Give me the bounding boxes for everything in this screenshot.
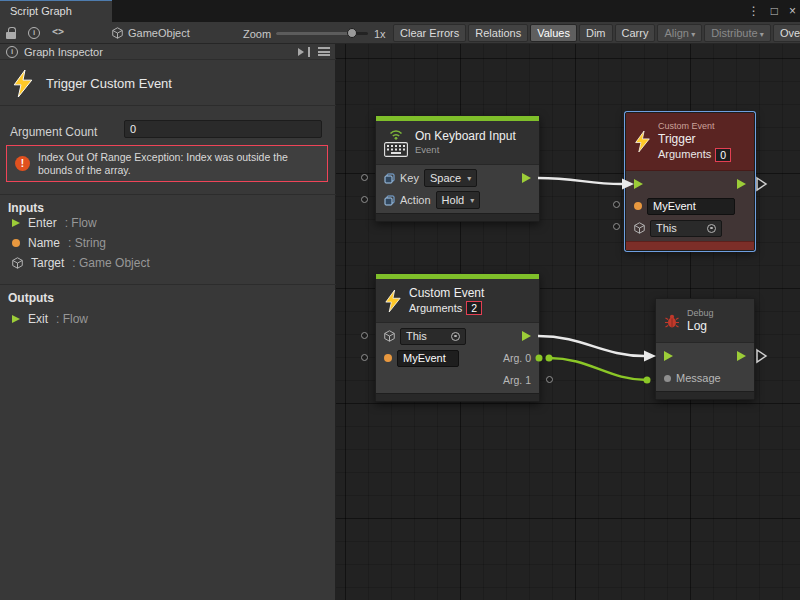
node-title: Trigger — [658, 132, 731, 147]
flow-in-port[interactable] — [634, 179, 643, 189]
gameobject-selector[interactable]: GameObject — [112, 22, 190, 44]
string-port-icon — [12, 239, 20, 247]
node-footer — [656, 391, 754, 399]
target-row: This — [376, 325, 539, 347]
divider — [0, 194, 336, 195]
bug-icon — [664, 313, 680, 329]
node-footer — [376, 213, 539, 221]
action-dropdown[interactable]: Hold — [436, 191, 481, 209]
node-subtitle: Event — [415, 144, 516, 156]
selected-node-header: Trigger Custom Event — [0, 61, 336, 106]
node-custom-event[interactable]: Custom Event Arguments 2 This — [375, 273, 540, 402]
port-circle[interactable] — [613, 201, 620, 208]
gameobject-port-icon — [12, 257, 23, 269]
wire-endpoint — [546, 355, 553, 362]
info-icon — [6, 46, 18, 58]
node-title: On Keyboard Input — [415, 129, 516, 144]
node-trigger-custom-event[interactable]: Custom Event Trigger Arguments 0 MyEvent — [625, 112, 755, 251]
key-row: Key Space — [376, 167, 539, 189]
node-header: Debug Log — [656, 299, 754, 343]
kebab-menu-icon[interactable]: ⋮ — [748, 4, 760, 18]
code-icon[interactable] — [52, 26, 64, 37]
info-icon[interactable] — [28, 27, 40, 39]
node-debug-log[interactable]: Debug Log Message — [655, 298, 755, 400]
node-error-footer — [626, 241, 754, 250]
node-title: Custom Event — [409, 286, 484, 301]
object-picker-icon[interactable] — [707, 224, 716, 233]
key-dropdown[interactable]: Space — [424, 169, 477, 187]
port-circle[interactable] — [546, 376, 553, 383]
port-circle[interactable] — [361, 196, 368, 203]
clear-errors-button[interactable]: Clear Errors — [393, 24, 466, 42]
argument-count-label: Argument Count — [10, 125, 97, 139]
dock-icon[interactable] — [298, 47, 310, 57]
window-controls: ⋮ □ × — [748, 0, 796, 22]
message-label: Message — [676, 372, 721, 384]
unity-visual-scripting-window: Script Graph ⋮ □ × GameObject Zoom 1x Cl… — [0, 0, 800, 600]
target-dropdown[interactable]: This — [400, 328, 466, 345]
carry-button[interactable]: Carry — [615, 24, 656, 42]
node-category: Custom Event — [658, 121, 731, 132]
lock-icon[interactable] — [6, 27, 16, 39]
argument-count-input[interactable] — [124, 120, 322, 138]
value-port-icon[interactable] — [664, 375, 671, 382]
action-label: Action — [400, 194, 431, 206]
values-button[interactable]: Values — [530, 24, 577, 42]
script-graph-tab[interactable]: Script Graph — [0, 0, 112, 22]
wire-keyboard-to-trigger[interactable] — [538, 178, 622, 184]
flow-out-port[interactable] — [522, 173, 531, 183]
align-button[interactable]: Align — [657, 24, 702, 42]
port-circle[interactable] — [361, 354, 368, 361]
flow-out-port[interactable] — [737, 351, 746, 361]
error-banner: ! Index Out Of Range Exception: Index wa… — [6, 145, 328, 182]
object-picker-icon[interactable] — [451, 332, 460, 341]
gameobject-port-icon — [384, 330, 395, 342]
event-name-row: MyEvent Arg. 0 — [376, 347, 539, 369]
arg1-label: Arg. 1 — [503, 374, 531, 386]
outputs-heading: Outputs — [8, 291, 54, 305]
distribute-button[interactable]: Distribute — [704, 24, 771, 42]
flow-row — [656, 345, 754, 367]
event-name-field[interactable]: MyEvent — [647, 198, 735, 215]
node-header: On Keyboard Input Event — [376, 121, 539, 165]
arguments-count-badge: 0 — [715, 148, 731, 162]
flow-out-port[interactable] — [522, 331, 531, 341]
keyboard-icon — [384, 142, 408, 157]
node-on-keyboard-input[interactable]: On Keyboard Input Event Key Space — [375, 115, 540, 222]
wire-event-to-debug[interactable] — [538, 336, 644, 356]
maximize-icon[interactable]: □ — [771, 4, 778, 18]
title-bar: Script Graph ⋮ □ × — [0, 0, 800, 22]
error-message: Index Out Of Range Exception: Index was … — [38, 151, 319, 177]
flow-continuation-icon — [757, 178, 766, 190]
graph-canvas[interactable]: On Keyboard Input Event Key Space — [336, 44, 800, 600]
wire-arg0-to-message[interactable] — [549, 358, 647, 380]
graph-inspector-header: Graph Inspector — [0, 44, 336, 60]
target-dropdown[interactable]: This — [650, 220, 722, 237]
zoom-slider-fill — [276, 32, 352, 35]
overview-button[interactable]: Overv — [773, 24, 800, 42]
event-name-field[interactable]: MyEvent — [397, 350, 459, 367]
gameobject-port-icon — [634, 222, 645, 234]
port-circle[interactable] — [613, 223, 620, 230]
flow-in-port[interactable] — [664, 351, 673, 361]
arguments-count-badge: 2 — [466, 301, 482, 315]
arguments-label: Arguments — [409, 301, 462, 316]
lightning-icon — [634, 131, 651, 152]
port-item-enter: Enter Flow — [12, 214, 97, 232]
port-circle[interactable] — [361, 332, 368, 339]
port-item-name: Name String — [12, 234, 106, 252]
zoom-slider[interactable] — [276, 32, 368, 35]
relations-button[interactable]: Relations — [468, 24, 528, 42]
zoom-slider-handle[interactable] — [347, 28, 357, 38]
flow-port-icon — [12, 315, 20, 323]
close-icon[interactable]: × — [789, 4, 796, 18]
panel-menu-icon[interactable] — [318, 47, 330, 56]
lightning-icon — [384, 290, 402, 312]
node-footer — [376, 393, 539, 401]
warning-icon: ! — [15, 156, 30, 171]
event-name-row: MyEvent — [626, 195, 754, 217]
flow-out-port[interactable] — [737, 179, 746, 189]
string-port-icon — [634, 202, 642, 210]
port-circle[interactable] — [361, 174, 368, 181]
dim-button[interactable]: Dim — [579, 24, 613, 42]
